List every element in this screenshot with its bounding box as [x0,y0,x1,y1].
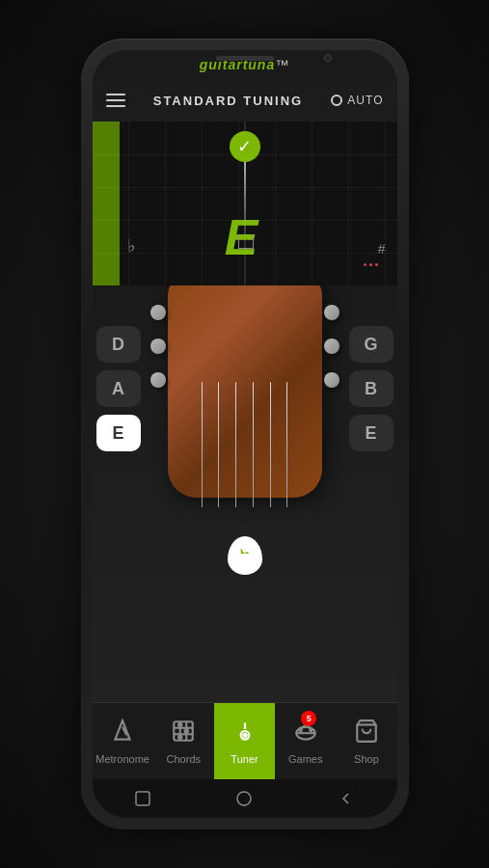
string-5 [270,382,271,507]
string-4 [253,382,254,507]
headstock-body: E [168,285,322,498]
front-camera [324,54,332,62]
tuner-display: ♭ # E ✓ [93,122,397,285]
needle-line [244,162,246,249]
peg-left-3 [150,372,166,388]
peg-left-1 [150,305,166,320]
svg-point-7 [178,722,181,725]
nav-games[interactable]: 5 Games [275,703,336,779]
auto-circle-icon [331,95,342,106]
metronome-icon [110,719,135,749]
guitar-area: E D A E [93,285,397,702]
metronome-label: Metronome [95,753,149,765]
svg-rect-18 [136,792,149,805]
string-btn-D[interactable]: D [96,326,141,363]
string-2 [218,382,219,507]
string-indicator: E [228,536,262,575]
nav-shop[interactable]: Shop [336,703,396,779]
string-indicator-arrow [237,544,253,554]
sharp-label: # [378,241,386,257]
tuner-icon [232,719,258,749]
tuning-title: STANDARD TUNING [153,94,303,108]
app-screen: STANDARD TUNING AUTO [93,79,397,818]
string-btn-B[interactable]: B [349,370,394,407]
tuning-needle: ✓ [230,131,260,249]
tuner-label: Tuner [231,753,258,765]
svg-point-8 [185,729,188,732]
svg-rect-2 [175,721,194,741]
phone-screen: guitartuna™ STANDARD TUNING AUTO [93,50,397,818]
nav-chords[interactable]: Chords [153,703,214,779]
string-1 [202,382,203,507]
strings [202,372,288,507]
home-button[interactable] [231,785,258,812]
peg-right-1 [324,305,340,320]
nav-metronome[interactable]: Metronome [93,703,153,779]
headstock: E [168,285,322,498]
svg-point-15 [299,728,301,730]
recent-apps-button[interactable] [129,785,156,812]
string-btn-G[interactable]: G [349,326,394,363]
string-btn-E-high[interactable]: E [349,415,394,451]
chords-label: Chords [167,753,201,765]
shop-label: Shop [354,753,379,765]
back-button[interactable] [333,785,360,812]
string-btn-E-low[interactable]: E [96,415,141,451]
svg-point-12 [243,733,246,736]
nav-tuner[interactable]: Tuner [214,703,275,779]
svg-marker-0 [116,720,130,740]
games-label: Games [288,753,322,765]
bottom-nav: Metronome [93,702,397,779]
svg-point-9 [178,735,181,738]
peg-right-2 [324,339,340,354]
phone-outer: guitartuna™ STANDARD TUNING AUTO [81,39,409,829]
string-6 [286,382,287,507]
system-nav [93,779,397,818]
string-3 [235,382,236,507]
chords-icon [171,719,196,749]
auto-button[interactable]: AUTO [331,94,383,107]
peg-left-2 [150,339,166,354]
shop-icon [354,719,379,749]
peg-right-3 [324,372,340,388]
header: STANDARD TUNING AUTO [93,79,397,122]
string-btn-A[interactable]: A [96,370,141,407]
auto-label: AUTO [347,94,383,107]
svg-point-19 [237,792,251,805]
needle-dots [364,263,378,266]
speaker-grille [216,56,274,61]
status-bar: guitartuna™ [93,50,397,79]
flat-label: ♭ [127,235,135,257]
menu-button[interactable] [106,94,125,107]
check-icon: ✓ [230,131,260,162]
svg-point-16 [310,728,312,730]
